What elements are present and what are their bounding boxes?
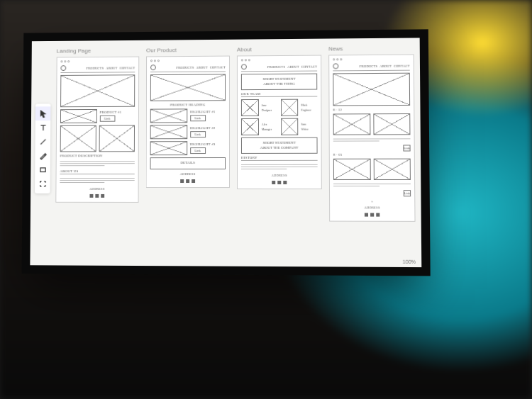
team-photo [241, 99, 259, 116]
zoom-level[interactable]: 100% [403, 259, 416, 264]
post-image [333, 113, 370, 135]
social-icons [60, 194, 134, 198]
cta-button: Link [190, 131, 206, 137]
nav-link: Products [87, 66, 104, 69]
product-image [60, 125, 96, 152]
cta-button: Link [403, 190, 411, 196]
pencil-tool[interactable] [35, 149, 50, 163]
post-date: 8 · 12 [333, 108, 343, 111]
artboard-about[interactable]: Products About Contact Short statementab… [237, 55, 322, 190]
team-photo [280, 99, 298, 116]
post-date: 8 · 05 [333, 153, 343, 157]
select-tool[interactable] [35, 106, 51, 120]
social-icons [333, 213, 411, 216]
artboard-landing[interactable]: Products About Contact Product #1 Link [55, 57, 139, 203]
artboard-tool[interactable] [35, 176, 50, 191]
logo-icon [150, 64, 156, 70]
footer-label: Address [150, 172, 226, 176]
cta-button: Link [99, 116, 115, 122]
text-tool[interactable] [35, 120, 51, 135]
logo-icon [60, 65, 66, 71]
product-image [60, 109, 97, 123]
highlight-label: Highlight #1 [190, 110, 226, 113]
section-heading: About Us [60, 169, 134, 174]
post-image [373, 113, 411, 135]
section-heading: Product Description [60, 154, 135, 157]
details-box: Details [150, 157, 226, 169]
rectangle-tool[interactable] [35, 162, 50, 176]
cta-button: Link [403, 145, 411, 151]
canvas[interactable]: Landing Page Products About Contact Prod… [55, 45, 416, 259]
artboard-title[interactable]: Landing Page [57, 47, 140, 55]
chevron-down-icon: ⌄ [333, 198, 411, 203]
product-label: Product #1 [99, 111, 135, 114]
footer-label: Address [60, 187, 134, 191]
line-tool[interactable] [35, 135, 51, 149]
highlight-label: Highlight #3 [190, 142, 226, 146]
nav-link: Contact [119, 66, 135, 69]
team-photo [241, 118, 259, 135]
svg-rect-0 [40, 167, 45, 171]
logo-icon [333, 63, 338, 69]
team-photo [281, 118, 299, 135]
post-image [373, 159, 411, 180]
section-heading: History [241, 156, 318, 161]
artboard-title[interactable]: News [328, 45, 414, 52]
hero-title: Product Heading [150, 103, 226, 106]
highlight-label: Highlight #2 [190, 126, 226, 130]
nav-link: About [106, 66, 117, 69]
post-image [333, 159, 370, 180]
feature-image [150, 125, 187, 139]
wire-nav: Products About Contact [60, 64, 135, 73]
artboard-news[interactable]: Products About Contact 8 · 12 Link 8 · 0… [328, 55, 415, 222]
footer-label: Address [241, 174, 318, 177]
logo-icon [241, 64, 247, 69]
tool-palette [35, 103, 50, 193]
feature-image [150, 141, 187, 155]
footer-label: Address [333, 206, 411, 209]
cta-button: Link [190, 147, 206, 154]
feature-image [150, 108, 187, 123]
hero-image [150, 74, 226, 101]
design-app-window: Landing Page Products About Contact Prod… [30, 38, 421, 267]
hero-image [333, 73, 410, 106]
social-icons [150, 179, 226, 183]
section-heading: Our Team [241, 92, 317, 98]
mission-statement: Short statementabout the thing [241, 74, 317, 91]
artboard-title[interactable]: About [237, 46, 321, 53]
artboard-title[interactable]: Our Product [146, 47, 230, 54]
company-statement: Short statementabout the company [241, 137, 318, 154]
social-icons [241, 181, 318, 184]
product-image [99, 125, 135, 152]
artboard-product[interactable]: Products About Contact Product Heading H… [146, 56, 230, 188]
cta-button: Link [190, 115, 206, 121]
hero-image [60, 74, 135, 107]
